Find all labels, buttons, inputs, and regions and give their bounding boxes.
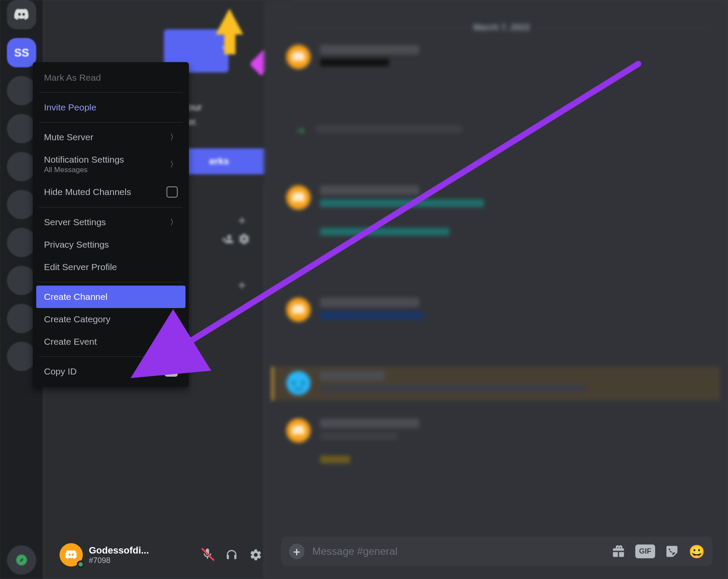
gif-button[interactable]: GIF bbox=[635, 544, 655, 558]
id-badge-icon: ID bbox=[165, 366, 178, 377]
self-username: Godessofdi... bbox=[89, 545, 149, 556]
server-icon[interactable] bbox=[7, 76, 36, 105]
server-badge-label: SS bbox=[14, 46, 29, 60]
discord-logo-icon bbox=[292, 303, 305, 317]
message-input[interactable] bbox=[312, 545, 603, 557]
date-divider-label: March 7, 2022 bbox=[473, 22, 530, 32]
explore-servers-button[interactable] bbox=[7, 545, 36, 575]
menu-server-settings[interactable]: Server Settings 〉 bbox=[36, 211, 185, 233]
chat-message bbox=[286, 45, 419, 70]
chat-message bbox=[286, 419, 419, 467]
menu-create-category[interactable]: Create Category bbox=[36, 308, 185, 330]
server-icon[interactable] bbox=[7, 304, 36, 333]
headphones-icon[interactable] bbox=[225, 548, 238, 561]
chat-message bbox=[286, 186, 484, 239]
gear-icon[interactable] bbox=[238, 233, 250, 245]
compass-icon bbox=[15, 554, 28, 566]
menu-create-event[interactable]: Create Event bbox=[36, 330, 185, 353]
gear-icon[interactable] bbox=[249, 548, 262, 561]
discord-logo-icon bbox=[292, 424, 305, 437]
menu-hide-muted-channels[interactable]: Hide Muted Channels bbox=[36, 180, 185, 204]
menu-edit-server-profile[interactable]: Edit Server Profile bbox=[36, 256, 185, 278]
server-icon[interactable] bbox=[7, 342, 36, 371]
boost-arrow-graphic bbox=[216, 9, 243, 35]
chevron-right-icon: 〉 bbox=[170, 132, 178, 142]
avatar[interactable] bbox=[286, 371, 311, 395]
channel-quick-actions bbox=[222, 233, 250, 245]
self-avatar[interactable] bbox=[60, 543, 83, 566]
mute-mic-button[interactable] bbox=[201, 548, 214, 562]
chat-message bbox=[286, 298, 424, 323]
menu-invite-people[interactable]: Invite People bbox=[36, 96, 185, 119]
message-compose-bar: ＋ GIF 😀 bbox=[281, 537, 712, 566]
emoji-button[interactable]: 😀 bbox=[689, 544, 705, 559]
attach-button[interactable]: ＋ bbox=[289, 544, 304, 559]
menu-privacy-settings[interactable]: Privacy Settings bbox=[36, 233, 185, 256]
discord-logo-icon bbox=[292, 191, 305, 205]
sticker-icon[interactable] bbox=[665, 544, 679, 559]
chat-area: March 7, 2022 bbox=[264, 0, 728, 579]
avatar[interactable] bbox=[286, 419, 311, 443]
discord-logo-icon bbox=[13, 6, 30, 23]
add-category-button[interactable]: ＋ bbox=[235, 211, 248, 229]
menu-separator bbox=[39, 356, 183, 357]
server-icon[interactable] bbox=[7, 228, 36, 257]
chevron-right-icon: 〉 bbox=[170, 217, 178, 227]
discord-home-button[interactable] bbox=[7, 0, 36, 29]
status-online-badge bbox=[77, 560, 85, 568]
server-icon[interactable] bbox=[7, 152, 36, 181]
menu-create-channel[interactable]: Create Channel bbox=[36, 286, 185, 308]
self-discriminator: #7098 bbox=[89, 556, 149, 565]
menu-notification-subtext: All Messages bbox=[44, 166, 88, 174]
add-member-icon[interactable] bbox=[222, 233, 234, 245]
server-icon[interactable] bbox=[7, 190, 36, 219]
server-context-menu: Mark As Read Invite People Mute Server 〉… bbox=[33, 62, 189, 387]
menu-separator bbox=[39, 207, 183, 208]
chat-message bbox=[286, 371, 587, 396]
user-panel: Godessofdi... #7098 bbox=[60, 539, 262, 570]
discord-logo-icon bbox=[292, 50, 305, 64]
avatar[interactable] bbox=[286, 298, 311, 322]
chevron-right-icon: 〉 bbox=[170, 159, 178, 170]
menu-separator bbox=[39, 92, 183, 93]
menu-mute-server[interactable]: Mute Server 〉 bbox=[36, 126, 185, 148]
server-icon-active[interactable]: SS bbox=[7, 38, 36, 67]
menu-separator bbox=[39, 122, 183, 123]
gift-icon[interactable] bbox=[611, 544, 626, 559]
avatar[interactable] bbox=[286, 45, 311, 69]
discord-logo-icon bbox=[65, 548, 78, 561]
server-icon[interactable] bbox=[7, 114, 36, 143]
checkbox-icon[interactable] bbox=[166, 186, 178, 198]
join-message bbox=[295, 125, 462, 136]
date-divider: March 7, 2022 bbox=[292, 22, 711, 32]
menu-separator bbox=[39, 282, 183, 282]
join-arrow-icon bbox=[295, 125, 306, 136]
menu-mark-as-read[interactable]: Mark As Read bbox=[36, 66, 185, 89]
menu-copy-id[interactable]: Copy ID ID bbox=[36, 360, 185, 383]
server-icon[interactable] bbox=[7, 266, 36, 295]
add-channel-button[interactable]: ＋ bbox=[235, 276, 248, 294]
boost-arrow-stem-graphic bbox=[224, 34, 235, 54]
avatar[interactable] bbox=[286, 186, 311, 210]
menu-notification-settings[interactable]: Notification Settings All Messages 〉 bbox=[36, 148, 185, 180]
